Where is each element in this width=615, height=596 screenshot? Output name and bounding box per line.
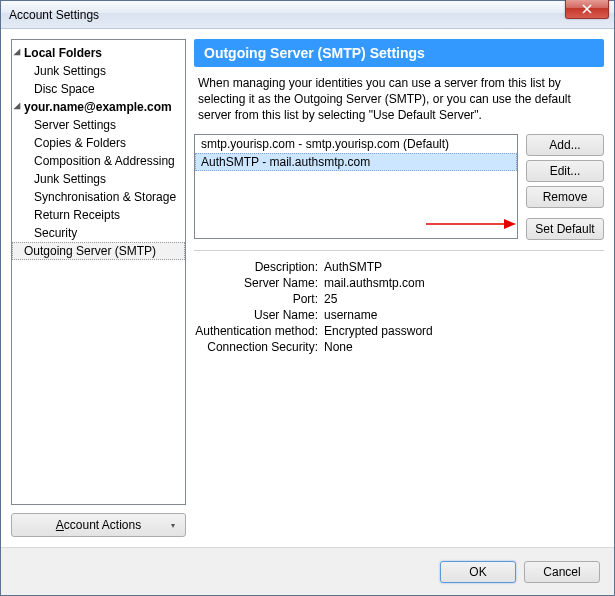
account-actions-label: Account Actions [56, 518, 141, 532]
server-list-item-authsmtp[interactable]: AuthSMTP - mail.authsmtp.com [195, 153, 517, 171]
detail-value: None [324, 340, 604, 354]
ok-button[interactable]: OK [440, 561, 516, 583]
detail-conn-security: Connection Security: None [194, 339, 604, 355]
server-list-item-default[interactable]: smtp.yourisp.com - smtp.yourisp.com (Def… [195, 135, 517, 153]
tree-account[interactable]: your.name@example.com [12, 98, 185, 116]
server-area: smtp.yourisp.com - smtp.yourisp.com (Def… [194, 134, 604, 240]
add-button[interactable]: Add... [526, 134, 604, 156]
detail-label: Server Name: [194, 276, 324, 290]
tree-copies-folders[interactable]: Copies & Folders [12, 134, 185, 152]
account-tree[interactable]: Local Folders Junk Settings Disc Space y… [11, 39, 186, 505]
detail-label: Port: [194, 292, 324, 306]
left-pane: Local Folders Junk Settings Disc Space y… [11, 39, 186, 537]
close-icon [582, 4, 592, 14]
detail-server-name: Server Name: mail.authsmtp.com [194, 275, 604, 291]
detail-auth-method: Authentication method: Encrypted passwor… [194, 323, 604, 339]
tree-local-folders[interactable]: Local Folders [12, 44, 185, 62]
edit-button[interactable]: Edit... [526, 160, 604, 182]
detail-label: User Name: [194, 308, 324, 322]
tree-security[interactable]: Security [12, 224, 185, 242]
detail-label: Description: [194, 260, 324, 274]
tree-server-settings[interactable]: Server Settings [12, 116, 185, 134]
dialog-footer: OK Cancel [1, 547, 614, 595]
detail-user-name: User Name: username [194, 307, 604, 323]
panel-heading: Outgoing Server (SMTP) Settings [194, 39, 604, 67]
set-default-button[interactable]: Set Default [526, 218, 604, 240]
server-details: Description: AuthSMTP Server Name: mail.… [194, 250, 604, 355]
server-buttons: Add... Edit... Remove Set Default [526, 134, 604, 240]
detail-value: AuthSMTP [324, 260, 604, 274]
tree-sync-storage[interactable]: Synchronisation & Storage [12, 188, 185, 206]
chevron-down-icon: ▾ [171, 521, 175, 530]
detail-description: Description: AuthSMTP [194, 259, 604, 275]
tree-outgoing-smtp[interactable]: Outgoing Server (SMTP) [12, 242, 185, 260]
tree-disc-space[interactable]: Disc Space [12, 80, 185, 98]
detail-label: Authentication method: [194, 324, 324, 338]
detail-value: username [324, 308, 604, 322]
detail-label: Connection Security: [194, 340, 324, 354]
account-actions-button[interactable]: Account Actions ▾ [11, 513, 186, 537]
tree-junk-settings[interactable]: Junk Settings [12, 62, 185, 80]
detail-port: Port: 25 [194, 291, 604, 307]
titlebar[interactable]: Account Settings [1, 1, 614, 29]
right-pane: Outgoing Server (SMTP) Settings When man… [194, 39, 604, 537]
panel-description: When managing your identities you can us… [194, 67, 604, 134]
detail-value: mail.authsmtp.com [324, 276, 604, 290]
window-title: Account Settings [1, 8, 99, 22]
tree-return-receipts[interactable]: Return Receipts [12, 206, 185, 224]
remove-button[interactable]: Remove [526, 186, 604, 208]
tree-composition[interactable]: Composition & Addressing [12, 152, 185, 170]
tree-junk-settings-2[interactable]: Junk Settings [12, 170, 185, 188]
content-area: Local Folders Junk Settings Disc Space y… [1, 29, 614, 547]
detail-value: Encrypted password [324, 324, 604, 338]
close-button[interactable] [565, 0, 609, 19]
cancel-button[interactable]: Cancel [524, 561, 600, 583]
smtp-server-list[interactable]: smtp.yourisp.com - smtp.yourisp.com (Def… [194, 134, 518, 239]
account-settings-window: Account Settings Local Folders Junk Sett… [0, 0, 615, 596]
detail-value: 25 [324, 292, 604, 306]
